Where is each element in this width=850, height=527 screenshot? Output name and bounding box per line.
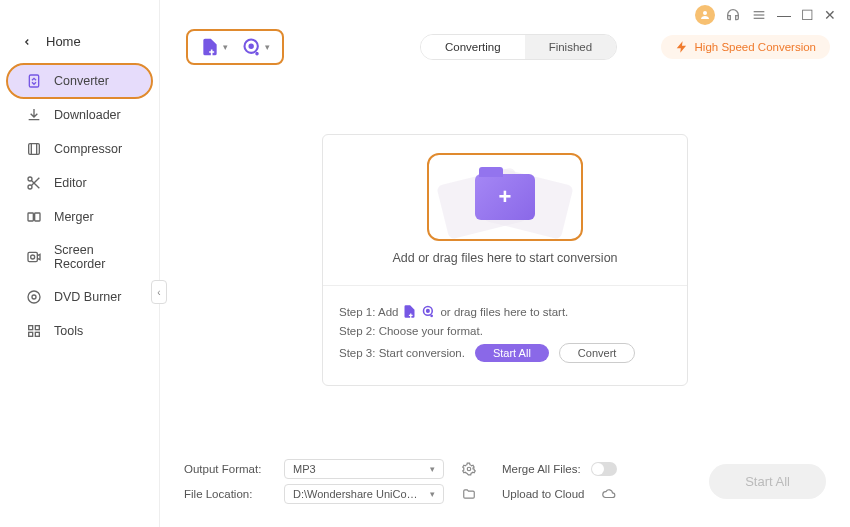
file-plus-icon: [200, 37, 220, 57]
svg-point-23: [250, 45, 253, 48]
sidebar: Home Converter Downloader Compressor Edi…: [0, 0, 160, 527]
folder-icon[interactable]: [462, 487, 476, 501]
disc-plus-icon: [242, 37, 262, 57]
output-format-select[interactable]: MP3▾: [284, 459, 444, 479]
converter-icon: [26, 73, 42, 89]
sidebar-item-label: Merger: [54, 210, 94, 224]
dropzone-text: Add or drag files here to start conversi…: [335, 251, 675, 265]
speed-badge-label: High Speed Conversion: [695, 41, 816, 53]
svg-point-30: [467, 467, 471, 471]
convert-mini-button[interactable]: Convert: [559, 343, 636, 363]
start-all-button[interactable]: Start All: [709, 464, 826, 499]
svg-rect-12: [28, 213, 33, 221]
step-3: Step 3: Start conversion. Start All Conv…: [339, 343, 671, 363]
chevron-down-icon: ▾: [265, 42, 270, 52]
grid-icon: [26, 323, 42, 339]
gear-icon[interactable]: [462, 462, 476, 476]
svg-point-9: [28, 185, 32, 189]
svg-point-16: [28, 291, 40, 303]
tab-converting[interactable]: Converting: [421, 35, 525, 59]
step-2: Step 2: Choose your format.: [339, 325, 671, 337]
svg-point-15: [31, 255, 35, 259]
sidebar-item-label: Tools: [54, 324, 83, 338]
sidebar-item-dvd-burner[interactable]: DVD Burner: [8, 281, 151, 313]
file-location-select[interactable]: D:\Wondershare UniConverter 1▾: [284, 484, 444, 504]
status-tabs: Converting Finished: [420, 34, 617, 60]
sidebar-item-compressor[interactable]: Compressor: [8, 133, 151, 165]
sidebar-item-downloader[interactable]: Downloader: [8, 99, 151, 131]
download-icon: [26, 107, 42, 123]
home-label: Home: [46, 34, 81, 49]
svg-rect-21: [35, 332, 39, 336]
record-icon: [26, 249, 42, 265]
compress-icon: [26, 141, 42, 157]
lightning-icon: [675, 40, 689, 54]
dropzone-panel: + Add or drag files here to start conver…: [322, 134, 688, 386]
add-file-button[interactable]: ▾: [200, 37, 228, 57]
output-format-label: Output Format:: [184, 463, 274, 475]
svg-rect-5: [29, 144, 40, 155]
sidebar-item-label: Converter: [54, 74, 109, 88]
sidebar-item-editor[interactable]: Editor: [8, 167, 151, 199]
dropzone[interactable]: +: [427, 153, 583, 241]
sidebar-item-label: Compressor: [54, 142, 122, 156]
add-dvd-button[interactable]: ▾: [242, 37, 270, 57]
home-link[interactable]: Home: [0, 28, 159, 63]
svg-point-8: [28, 177, 32, 181]
svg-point-17: [32, 295, 36, 299]
disc-icon: [26, 289, 42, 305]
sidebar-item-converter[interactable]: Converter: [8, 65, 151, 97]
footer-bar: Output Format: MP3▾ Merge All Files: Fil…: [160, 442, 850, 527]
svg-rect-19: [35, 326, 39, 330]
cloud-icon[interactable]: [602, 487, 616, 501]
file-location-label: File Location:: [184, 488, 274, 500]
folder-plus-icon: +: [475, 174, 535, 220]
file-plus-icon: [402, 304, 417, 319]
svg-rect-4: [29, 75, 38, 87]
sidebar-item-tools[interactable]: Tools: [8, 315, 151, 347]
sidebar-item-label: Screen Recorder: [54, 243, 133, 271]
import-buttons-group: ▾ ▾: [186, 29, 284, 65]
high-speed-badge[interactable]: High Speed Conversion: [661, 35, 830, 59]
chevron-down-icon: ▾: [223, 42, 228, 52]
svg-point-27: [427, 310, 430, 313]
svg-rect-20: [29, 332, 33, 336]
svg-rect-14: [28, 252, 37, 261]
sidebar-item-screen-recorder[interactable]: Screen Recorder: [8, 235, 151, 279]
svg-rect-18: [29, 326, 33, 330]
sidebar-item-label: DVD Burner: [54, 290, 121, 304]
sidebar-item-label: Editor: [54, 176, 87, 190]
merge-icon: [26, 209, 42, 225]
scissors-icon: [26, 175, 42, 191]
sidebar-item-merger[interactable]: Merger: [8, 201, 151, 233]
step-1: Step 1: Add or drag files here to start.: [339, 304, 671, 319]
sidebar-item-label: Downloader: [54, 108, 121, 122]
disc-plus-icon: [421, 304, 436, 319]
chevron-left-icon: [22, 37, 32, 47]
upload-cloud-label: Upload to Cloud: [502, 488, 584, 500]
start-all-mini-button[interactable]: Start All: [475, 344, 549, 362]
merge-files-toggle[interactable]: [591, 462, 617, 476]
svg-rect-13: [35, 213, 40, 221]
merge-files-label: Merge All Files:: [502, 463, 581, 475]
tab-finished[interactable]: Finished: [525, 35, 616, 59]
